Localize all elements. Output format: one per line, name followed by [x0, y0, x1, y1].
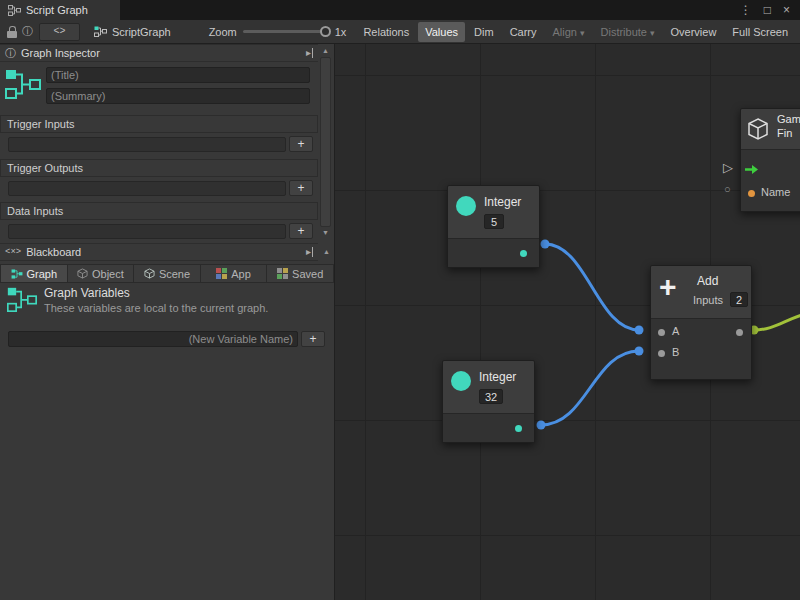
add-trigger-output-button[interactable]: + [289, 180, 313, 196]
tab-label: Object [92, 268, 124, 280]
value-output-port-icon[interactable]: ○ [724, 183, 731, 195]
lock-glyph [7, 26, 17, 38]
graph-breadcrumb[interactable]: ScriptGraph [94, 26, 171, 38]
scroll-up-icon[interactable]: ▲ [323, 247, 330, 257]
zoom-slider[interactable] [243, 30, 329, 33]
graph-tab-icon [11, 269, 23, 279]
output-port[interactable] [736, 329, 743, 336]
section-data-inputs[interactable]: Data Inputs [0, 202, 318, 220]
toolbar-button-dim[interactable]: Dim [467, 22, 501, 42]
node-title: Integer [479, 370, 516, 384]
trigger-inputs-list: + [8, 136, 313, 152]
lock-icon[interactable] [5, 23, 20, 41]
object-tab-icon [77, 268, 88, 279]
empty-list [8, 137, 286, 152]
trigger-outputs-list: + [8, 180, 313, 196]
close-icon[interactable]: × [783, 3, 790, 17]
info-icon: ⓘ [5, 46, 16, 61]
inputs-count-field[interactable]: 2 [730, 292, 748, 307]
connection-endpoint[interactable] [541, 240, 550, 249]
section-label: Trigger Outputs [7, 162, 83, 174]
toolbar-button-distribute[interactable]: Distribute▾ [594, 22, 662, 42]
node-integer-2[interactable]: Integer 32 [442, 360, 535, 443]
graph-variables-icon [7, 286, 37, 313]
add-trigger-input-button[interactable]: + [289, 136, 313, 152]
maximize-icon[interactable]: □ [764, 3, 771, 17]
zoom-control: Zoom 1x [209, 26, 347, 38]
graph-canvas[interactable]: Integer 5 Integer 32 + Add Inputs 2 A B [335, 44, 800, 600]
graph-variables-subtitle: These variables are local to the current… [44, 302, 268, 314]
scroll-up-icon[interactable]: ▲ [322, 46, 329, 56]
add-variable-button[interactable]: + [301, 331, 325, 347]
window-controls: ⋮ □ × [740, 0, 800, 20]
blackboard-tabs: Graph Object Scene App Sav [0, 264, 334, 283]
tab-label: Scene [159, 268, 190, 280]
section-label: Trigger Inputs [7, 118, 74, 130]
integer-value-field[interactable]: 32 [479, 389, 503, 404]
tab-label: Saved [292, 268, 323, 280]
graph-summary-input[interactable] [46, 88, 310, 104]
toolbar-button-values[interactable]: Values [418, 22, 465, 42]
tab-saved[interactable]: Saved [267, 264, 334, 283]
new-variable-input[interactable] [8, 331, 298, 347]
wire-integer1-to-a[interactable] [545, 244, 639, 330]
node-find-partial[interactable]: Gam Fin Name [740, 108, 800, 212]
toolbar-button-carry[interactable]: Carry [503, 22, 544, 42]
control-input-port-icon[interactable]: ▷ [723, 160, 733, 175]
wire-integer2-to-b[interactable] [541, 351, 639, 425]
port-name-label: Name [761, 186, 790, 198]
section-label: Data Inputs [7, 205, 63, 217]
side-panel: ⓘ Graph Inspector ▸ ▲ ▼ Trigger Inputs +… [0, 44, 335, 600]
connection-endpoint[interactable] [635, 347, 644, 356]
pin-panel-icon[interactable]: ▸ [306, 247, 313, 257]
node-add[interactable]: + Add Inputs 2 A B [650, 265, 752, 380]
gameobject-cube-icon [746, 117, 770, 141]
connection-endpoint[interactable] [537, 421, 546, 430]
input-port-b[interactable] [658, 350, 665, 357]
inputs-label: Inputs [693, 294, 723, 306]
data-inputs-list: + [8, 223, 313, 239]
section-trigger-inputs[interactable]: Trigger Inputs [0, 115, 318, 133]
wire-add-output[interactable] [754, 315, 800, 330]
graph-toolbar: ⓘ <> ScriptGraph Zoom 1x Relations Value… [0, 20, 800, 44]
blackboard-title: Blackboard [26, 246, 81, 258]
toolbar-button-relations[interactable]: Relations [356, 22, 416, 42]
input-port-name[interactable] [748, 190, 755, 197]
script-graph-icon [8, 5, 21, 16]
toolbar-button-overview[interactable]: Overview [664, 22, 724, 42]
output-port[interactable] [520, 250, 527, 257]
info-icon[interactable]: ⓘ [20, 23, 35, 41]
port-a-label: A [672, 325, 679, 337]
graph-title-input[interactable] [46, 67, 310, 83]
tab-script-graph[interactable]: Script Graph [0, 0, 120, 20]
scene-tab-icon [144, 268, 155, 279]
toolbar-button-fullscreen[interactable]: Full Screen [725, 22, 795, 42]
flow-arrow-icon[interactable] [745, 164, 759, 175]
add-icon: + [659, 272, 677, 302]
tab-graph[interactable]: Graph [0, 264, 68, 283]
integer-value-field[interactable]: 5 [484, 214, 504, 229]
tab-scene[interactable]: Scene [134, 264, 201, 283]
window-menu-icon[interactable]: ⋮ [740, 3, 752, 17]
node-title-line2: Fin [777, 127, 792, 139]
node-integer-1[interactable]: Integer 5 [447, 185, 540, 268]
tab-app[interactable]: App [201, 264, 268, 283]
tab-object[interactable]: Object [68, 264, 135, 283]
scrollbar-track[interactable] [320, 57, 331, 227]
scroll-down-icon[interactable]: ▼ [322, 228, 329, 238]
pin-panel-icon[interactable]: ▸ [306, 48, 313, 58]
graph-inspector-header[interactable]: ⓘ Graph Inspector ▸ [0, 44, 318, 62]
section-trigger-outputs[interactable]: Trigger Outputs [0, 159, 318, 177]
add-data-input-button[interactable]: + [289, 223, 313, 239]
input-port-a[interactable] [658, 329, 665, 336]
app-tab-icon [216, 268, 227, 279]
blackboard-header[interactable]: <×> Blackboard ▸ [0, 243, 318, 261]
edit-code-button[interactable]: <> [39, 23, 80, 41]
toolbar-button-align[interactable]: Align▾ [546, 22, 592, 42]
inspector-scrollbar[interactable]: ▲ ▼ [318, 46, 333, 238]
integer-icon [456, 196, 476, 216]
connection-endpoint[interactable] [635, 326, 644, 335]
output-port[interactable] [515, 425, 522, 432]
caret-down-icon: ▾ [650, 28, 655, 38]
zoom-slider-knob[interactable] [320, 26, 331, 37]
